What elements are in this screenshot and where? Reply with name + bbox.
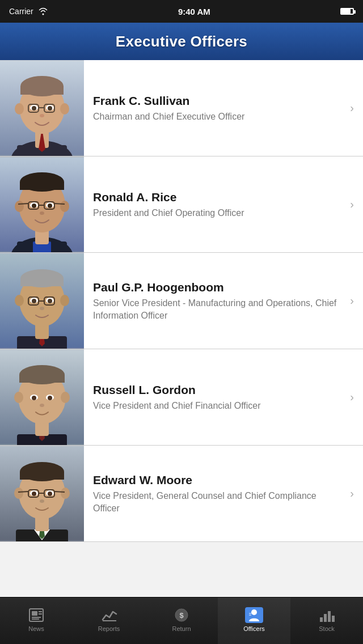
svg-point-82	[48, 492, 52, 496]
officer-title-1: Chairman and Chief Executive Officer	[93, 111, 343, 123]
svg-rect-104	[332, 616, 335, 622]
tab-officers[interactable]: Officers	[218, 598, 290, 644]
svg-rect-76	[20, 472, 64, 480]
officer-title-2: President and Chief Operating Officer	[93, 207, 343, 219]
svg-line-86	[18, 492, 28, 492]
svg-point-46	[60, 295, 69, 306]
officer-title-5: Vice President, General Counsel and Chie…	[93, 490, 343, 514]
svg-rect-44	[20, 278, 64, 286]
tab-reports[interactable]: Reports	[73, 598, 145, 644]
svg-rect-101	[320, 617, 323, 622]
wifi-icon	[38, 7, 48, 15]
officer-info-3: Paul G.P. Hoogenboom Senior Vice Preside…	[84, 253, 350, 349]
officer-title-4: Vice President and Chief Financial Offic…	[93, 400, 343, 412]
svg-line-36	[54, 204, 65, 204]
status-time: 9:40 AM	[178, 7, 210, 16]
svg-point-54	[40, 307, 44, 310]
battery-icon	[340, 8, 354, 15]
tab-reports-label: Reports	[98, 625, 120, 632]
officer-photo-2	[0, 156, 84, 252]
reports-icon	[100, 607, 118, 623]
svg-point-77	[14, 488, 23, 499]
officer-photo-5	[0, 446, 84, 541]
officer-title-3: Senior Vice President - Manufacturing an…	[93, 297, 343, 321]
officer-photo-1	[0, 60, 84, 156]
officer-info-1: Frank C. Sullivan Chairman and Chief Exe…	[84, 60, 350, 156]
svg-rect-25	[20, 182, 64, 190]
officer-row[interactable]: Ronald A. Rice President and Chief Opera…	[0, 156, 363, 253]
return-icon: $	[172, 607, 191, 623]
officer-chevron-4: ›	[350, 349, 363, 445]
svg-point-63	[61, 392, 70, 403]
tab-news-label: News	[28, 625, 44, 632]
officer-chevron-1: ›	[350, 60, 363, 156]
svg-point-8	[15, 103, 24, 115]
svg-rect-7	[20, 86, 64, 95]
svg-point-78	[61, 488, 70, 499]
svg-point-13	[48, 106, 52, 111]
svg-point-66	[32, 396, 36, 400]
svg-point-31	[48, 204, 52, 208]
officer-row[interactable]: Paul G.P. Hoogenboom Senior Vice Preside…	[0, 253, 363, 349]
status-right	[340, 8, 354, 15]
svg-line-87	[54, 492, 65, 492]
officer-photo-4	[0, 349, 84, 445]
officer-name-5: Edward W. Moore	[93, 473, 343, 487]
officer-name-4: Russell L. Gordon	[93, 383, 343, 397]
officer-row[interactable]: Russell L. Gordon Vice President and Chi…	[0, 349, 363, 446]
status-left: Carrier	[9, 7, 48, 16]
svg-point-81	[32, 492, 36, 496]
svg-point-30	[32, 204, 36, 208]
svg-point-26	[15, 201, 24, 212]
tab-officers-label: Officers	[243, 625, 265, 632]
officer-name-3: Paul G.P. Hoogenboom	[93, 280, 343, 294]
svg-point-49	[32, 299, 36, 303]
officer-name-1: Frank C. Sullivan	[93, 94, 343, 108]
svg-point-50	[48, 299, 52, 303]
page-title: Executive Officers	[116, 33, 247, 50]
tab-bar: News Reports $ Return	[0, 597, 363, 644]
svg-point-88	[40, 499, 44, 503]
svg-rect-102	[324, 614, 327, 622]
svg-point-27	[60, 201, 69, 212]
officers-list: Frank C. Sullivan Chairman and Chief Exe…	[0, 60, 363, 597]
svg-point-67	[48, 396, 52, 400]
officer-info-4: Russell L. Gordon Vice President and Chi…	[84, 349, 350, 445]
officer-info-2: Ronald A. Rice President and Chief Opera…	[84, 156, 350, 252]
svg-point-9	[60, 103, 69, 115]
officer-info-5: Edward W. Moore Vice President, General …	[84, 446, 350, 541]
page-header: Executive Officers	[0, 23, 363, 60]
stock-icon	[318, 607, 336, 623]
officer-name-2: Ronald A. Rice	[93, 190, 343, 204]
officer-chevron-5: ›	[350, 446, 363, 541]
svg-point-17	[40, 114, 44, 117]
tab-stock[interactable]: Stock	[290, 598, 363, 644]
svg-point-37	[40, 211, 44, 215]
svg-point-98	[251, 609, 257, 615]
svg-point-12	[32, 106, 36, 111]
carrier-label: Carrier	[9, 7, 33, 16]
svg-line-35	[18, 204, 28, 204]
officers-icon	[245, 607, 263, 623]
svg-point-45	[15, 295, 24, 306]
tab-news[interactable]: News	[0, 598, 73, 644]
officer-row[interactable]: Edward W. Moore Vice President, General …	[0, 446, 363, 542]
svg-point-68	[40, 404, 44, 407]
officer-row[interactable]: Frank C. Sullivan Chairman and Chief Exe…	[0, 60, 363, 156]
svg-rect-90	[32, 611, 37, 616]
news-icon	[27, 607, 45, 623]
officer-photo-3	[0, 253, 84, 349]
svg-rect-103	[328, 611, 331, 622]
svg-rect-61	[19, 375, 65, 383]
svg-point-62	[14, 392, 23, 403]
officer-chevron-3: ›	[350, 253, 363, 349]
tab-return-label: Return	[172, 625, 191, 632]
tab-stock-label: Stock	[319, 625, 335, 632]
tab-return[interactable]: $ Return	[145, 598, 218, 644]
officer-chevron-2: ›	[350, 156, 363, 252]
status-bar: Carrier 9:40 AM	[0, 0, 363, 23]
svg-text:$: $	[179, 611, 184, 620]
